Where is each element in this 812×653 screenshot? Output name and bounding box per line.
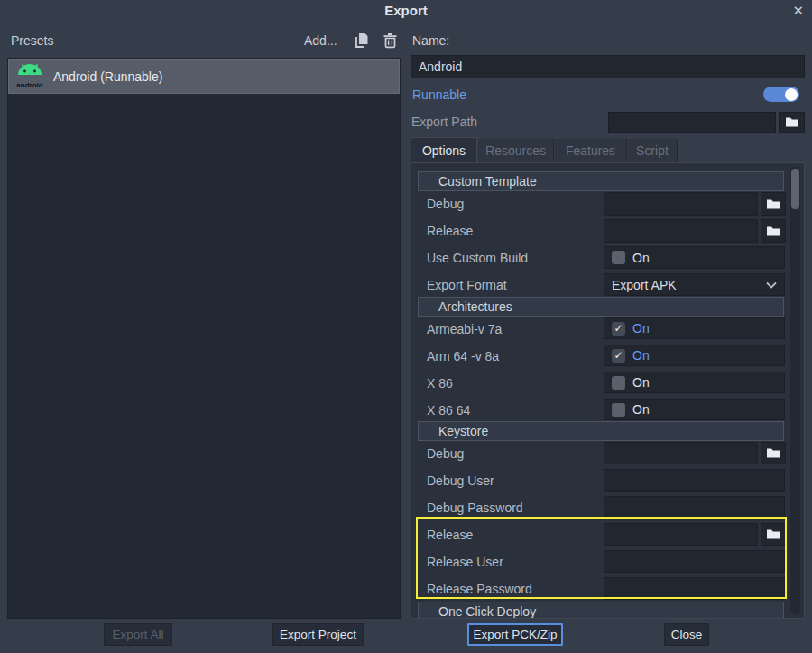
row-label-release-template: Release (427, 220, 473, 242)
debug-template-folder-button[interactable] (761, 192, 786, 216)
x86-64-cell: On (604, 399, 785, 420)
release-password-field[interactable] (604, 577, 785, 600)
export-dialog: Export ✕ Presets Add... android (0, 0, 812, 653)
chevron-down-icon (766, 281, 777, 289)
use-custom-build-on-label: On (632, 251, 650, 265)
name-input[interactable] (411, 55, 805, 78)
armeabi-v7a-cell: ✓ On (604, 317, 785, 339)
arm64-v8a-on-label: On (632, 348, 650, 363)
arm64-v8a-checkbox[interactable]: ✓ (612, 349, 625, 363)
debug-user-field[interactable] (604, 469, 785, 492)
export-path-label: Export Path (411, 115, 477, 129)
scrollbar-thumb[interactable] (791, 169, 799, 209)
row-label-debug-template: Debug (427, 193, 464, 215)
release-template-field[interactable] (604, 219, 758, 243)
export-path-input[interactable] (608, 112, 776, 133)
use-custom-build-cell: On (604, 246, 785, 269)
section-keystore: Keystore (418, 421, 784, 441)
runnable-label: Runnable (412, 87, 466, 102)
release-user-field[interactable] (604, 550, 785, 573)
row-label-debug-user: Debug User (427, 470, 494, 492)
x86-on-label: On (632, 375, 650, 390)
debug-password-field[interactable] (604, 496, 785, 519)
duplicate-preset-icon[interactable] (354, 32, 369, 49)
x86-64-checkbox[interactable] (612, 403, 625, 417)
options-scrollbar[interactable] (790, 167, 800, 614)
preset-item-android[interactable]: android Android (Runnable) (8, 59, 400, 94)
keystore-release-folder-button[interactable] (761, 523, 786, 546)
row-label-armeabi-v7a: Armeabi-v 7a (427, 318, 502, 340)
dialog-title: Export (0, 3, 812, 18)
keystore-debug-folder-button[interactable] (761, 442, 786, 464)
export-format-dropdown[interactable]: Export APK (604, 273, 785, 296)
debug-template-field[interactable] (604, 192, 758, 216)
row-label-use-custom-build: Use Custom Build (427, 247, 528, 269)
row-label-keystore-release: Release (427, 524, 473, 546)
close-icon[interactable]: ✕ (792, 3, 804, 19)
tab-features[interactable]: Features (555, 139, 627, 162)
runnable-toggle[interactable] (763, 87, 799, 102)
android-icon: android (14, 60, 46, 93)
section-custom-template: Custom Template (418, 171, 784, 191)
export-all-button[interactable]: Export All (104, 623, 172, 646)
svg-text:android: android (16, 81, 42, 89)
section-one-click-deploy: One Click Deploy (418, 602, 784, 619)
presets-label: Presets (11, 33, 53, 48)
armeabi-v7a-checkbox[interactable]: ✓ (612, 322, 625, 336)
toggle-knob (785, 88, 798, 101)
section-architectures: Architectures (418, 297, 784, 317)
row-label-x86-64: X 86 64 (427, 400, 470, 421)
close-button[interactable]: Close (664, 623, 709, 646)
row-label-export-format: Export Format (427, 274, 507, 296)
row-label-debug-password: Debug Password (427, 497, 523, 519)
x86-64-on-label: On (632, 402, 650, 417)
preset-list: android Android (Runnable) (7, 58, 401, 619)
x86-checkbox[interactable] (612, 376, 625, 390)
row-label-release-password: Release Password (427, 578, 532, 600)
row-label-keystore-debug: Debug (427, 443, 464, 464)
tab-options[interactable]: Options (411, 137, 477, 162)
preset-item-label: Android (Runnable) (53, 69, 162, 84)
arm64-v8a-cell: ✓ On (604, 345, 785, 366)
tab-script[interactable]: Script (628, 139, 678, 162)
keystore-release-field[interactable] (604, 523, 758, 546)
x86-cell: On (604, 372, 785, 393)
use-custom-build-checkbox[interactable] (612, 251, 625, 264)
keystore-debug-field[interactable] (604, 442, 758, 464)
name-label: Name: (412, 33, 449, 48)
add-preset-button[interactable]: Add... (304, 33, 337, 48)
row-label-arm64-v8a: Arm 64 -v 8a (427, 345, 499, 367)
row-label-release-user: Release User (427, 551, 503, 573)
options-panel: Custom Template Debug Release Use Custom… (411, 162, 805, 619)
release-template-folder-button[interactable] (761, 219, 786, 243)
export-pck-zip-button[interactable]: Export PCK/Zip (467, 623, 563, 646)
delete-preset-icon[interactable] (383, 32, 398, 49)
tab-resources[interactable]: Resources (478, 139, 554, 162)
row-label-x86: X 86 (427, 372, 453, 394)
export-path-folder-button[interactable] (779, 112, 805, 133)
armeabi-v7a-on-label: On (632, 321, 650, 336)
export-format-value: Export APK (612, 278, 766, 292)
export-project-button[interactable]: Export Project (272, 623, 364, 646)
